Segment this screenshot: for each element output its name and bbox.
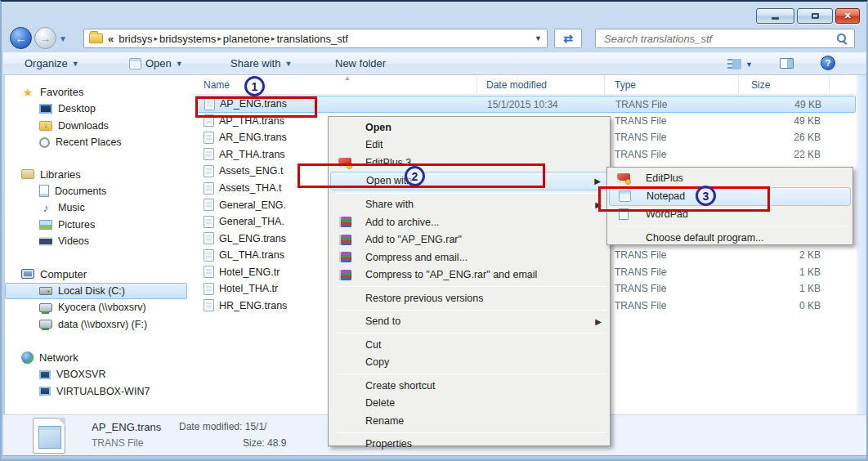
scrollbar-area[interactable] — [857, 75, 868, 414]
menu-item-label: Rename — [365, 415, 404, 427]
column-divider[interactable] — [604, 75, 605, 94]
forward-button[interactable]: → — [34, 27, 56, 49]
menu-item-share-with[interactable]: Share with▶ — [330, 196, 608, 214]
sidebar-group-header-libraries[interactable]: Libraries — [5, 166, 192, 183]
column-header-name[interactable]: Name — [204, 79, 230, 91]
file-size-cell: 1 KB — [751, 266, 821, 278]
file-type-cell: TRANS File — [615, 249, 666, 261]
menu-item-delete[interactable]: Delete — [330, 395, 608, 413]
menu-item-rename[interactable]: Rename — [330, 412, 608, 430]
maximize-button[interactable] — [797, 8, 833, 24]
file-name-cell: AR_THA.trans — [204, 146, 285, 163]
column-header-size[interactable]: Size — [751, 79, 770, 91]
network-icon — [21, 351, 34, 364]
menu-item-send-to[interactable]: Send to▶ — [330, 313, 608, 331]
column-header-date[interactable]: Date modified — [486, 79, 547, 91]
menu-item-compress-and-email[interactable]: Compress and email... — [330, 248, 608, 266]
sidebar-group-header-computer[interactable]: Computer — [5, 266, 192, 283]
column-divider[interactable] — [477, 75, 477, 94]
open-button[interactable]: Open▼ — [123, 54, 190, 73]
sidebar-group-computer: ComputerLocal Disk (C:)Kyocera (\\vboxsr… — [5, 266, 192, 333]
breadcrumb-item-planetone[interactable]: planetone — [223, 33, 270, 45]
refresh-button[interactable]: ⇄ — [554, 29, 582, 48]
sidebar-item-label: Kyocera (\\vboxsrv) — [58, 302, 146, 313]
file-type-cell: TRANS File — [615, 132, 666, 143]
breadcrumb-separator-icon: ▸ — [270, 34, 277, 43]
menu-item-compress-to-ap-eng-rar-and-email[interactable]: Compress to "AP_ENG.rar" and email — [330, 266, 608, 284]
sidebar-item-data-vboxsrv-f[interactable]: data (\\vboxsrv) (F:) — [5, 316, 192, 333]
preview-pane-icon — [780, 58, 794, 69]
menu-separator — [337, 432, 606, 433]
sidebar-item-music[interactable]: ♪Music — [5, 199, 192, 217]
sidebar-group-favorites: ★FavoritesDesktop↓DownloadsRecent Places — [5, 83, 192, 151]
sidebar-item-recent-places[interactable]: Recent Places — [5, 134, 192, 151]
sidebar-item-vboxsvr[interactable]: VBOXSVR — [5, 366, 192, 383]
file-name-cell: General_THA. — [204, 213, 284, 230]
organize-button[interactable]: Organize▼ — [18, 54, 86, 73]
address-dropdown-icon[interactable]: ▼ — [535, 34, 542, 43]
menu-item-add-to-ap-eng-rar[interactable]: Add to "AP_ENG.rar" — [330, 231, 608, 249]
close-button[interactable]: ✕ — [835, 8, 860, 24]
winrar-icon — [339, 235, 351, 245]
libraries-icon — [21, 169, 34, 179]
menu-item-choose-default-program[interactable]: Choose default program... — [609, 229, 851, 247]
menu-item-label: Compress to "AP_ENG.rar" and email — [365, 269, 537, 280]
search-icon[interactable] — [836, 33, 848, 44]
sidebar-item-desktop[interactable]: Desktop — [5, 101, 192, 118]
menu-item-label: Copy — [365, 356, 389, 368]
sidebar-item-videos[interactable]: Videos — [5, 233, 192, 250]
sidebar-group-header-favorites[interactable]: ★Favorites — [5, 83, 192, 101]
search-input[interactable] — [602, 32, 836, 46]
column-divider[interactable] — [829, 75, 830, 94]
downloads-icon: ↓ — [39, 121, 52, 131]
status-file-type: TRANS File — [92, 437, 143, 449]
change-view-button[interactable]: ▼ — [721, 56, 759, 73]
documents-icon — [39, 185, 49, 197]
menu-item-editplus[interactable]: EditPlus — [609, 169, 851, 187]
menu-item-label: Choose default program... — [646, 232, 764, 244]
breadcrumb-item-translations-stf[interactable]: translations_stf — [277, 33, 348, 45]
sidebar-item-local-disk-c[interactable]: Local Disk (C:) — [5, 283, 187, 300]
sidebar-item-pictures[interactable]: Pictures — [5, 217, 192, 234]
file-type-cell: TRANS File — [615, 149, 666, 160]
file-size-cell: 0 KB — [751, 300, 821, 311]
menu-item-properties[interactable]: Properties — [330, 436, 608, 454]
share-with-button[interactable]: Share with▼ — [224, 54, 298, 73]
preview-pane-button[interactable] — [780, 58, 794, 69]
menu-item-add-to-archive[interactable]: Add to archive... — [330, 213, 608, 231]
sidebar-item-label: Local Disk (C:) — [58, 285, 125, 297]
search-box[interactable] — [595, 29, 855, 48]
column-header-type[interactable]: Type — [615, 79, 636, 91]
pc-icon — [39, 370, 51, 379]
menu-item-copy[interactable]: Copy — [330, 354, 608, 372]
sidebar-group-header-network[interactable]: Network — [5, 349, 192, 366]
winrar-icon — [339, 217, 351, 227]
recent-pages-chevron-icon[interactable]: ▼ — [59, 34, 67, 43]
sidebar-item-virtualbox-win7[interactable]: VIRTUALBOX-WIN7 — [5, 383, 192, 401]
file-name-label: Hotel_THA.tr — [219, 283, 278, 294]
minimize-button[interactable] — [756, 8, 794, 24]
file-size-cell: 49 KB — [751, 115, 821, 127]
breadcrumb-item-bridsystems[interactable]: bridsystems — [159, 33, 216, 45]
breadcrumb-truncation[interactable]: « — [108, 33, 114, 45]
menu-item-create-shortcut[interactable]: Create shortcut — [330, 377, 608, 395]
sidebar-item-downloads[interactable]: ↓Downloads — [5, 118, 192, 135]
new-folder-button[interactable]: New folder — [329, 54, 392, 73]
menu-item-open[interactable]: Open — [330, 119, 608, 137]
back-button[interactable]: ← — [10, 27, 32, 49]
netdrive-icon — [39, 303, 52, 312]
file-icon — [204, 232, 214, 244]
menu-item-edit[interactable]: Edit — [330, 137, 608, 154]
menu-item-cut[interactable]: Cut — [330, 336, 608, 354]
help-button[interactable]: ? — [821, 56, 835, 70]
views-icon — [727, 59, 741, 69]
file-name-label: General_THA. — [219, 216, 284, 227]
netdrive-icon — [39, 320, 52, 329]
column-divider[interactable] — [738, 75, 739, 94]
sidebar-item-documents[interactable]: Documents — [5, 183, 192, 200]
menu-item-label: EditPlus — [646, 172, 683, 184]
address-bar[interactable]: « bridsys▸bridsystems▸planetone▸translat… — [83, 29, 548, 48]
menu-item-restore-previous-versions[interactable]: Restore previous versions — [330, 289, 608, 307]
breadcrumb-item-bridsys[interactable]: bridsys — [119, 33, 152, 45]
sidebar-item-kyocera-vboxsrv[interactable]: Kyocera (\\vboxsrv) — [5, 299, 192, 316]
